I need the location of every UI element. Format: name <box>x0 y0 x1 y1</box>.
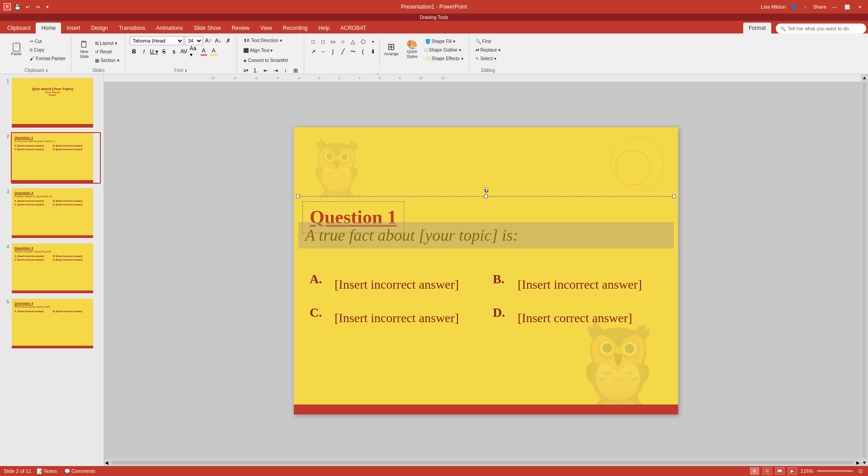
canvas-area[interactable]: ▲ ▼ ◀ ▶ -10-8-6-4-2024681012 🦉 🦉 <box>104 74 868 466</box>
notes-btn[interactable]: 📝 Notes <box>35 468 59 474</box>
handle-br[interactable] <box>672 195 676 198</box>
undo-quick-btn[interactable]: ↩ <box>24 3 32 11</box>
tab-drawing-format[interactable]: Format <box>743 23 771 33</box>
line-spacing-btn[interactable]: ↕ <box>281 66 290 75</box>
slide-item-4[interactable]: 4 Question 3 Where is [your topic] found… <box>2 242 102 295</box>
restore-btn[interactable]: ⬜ <box>843 3 852 10</box>
slide-item-3[interactable]: 3 Question 2 A [your topic] is classifie… <box>2 186 102 240</box>
handle-mr[interactable] <box>672 195 676 198</box>
shape-round[interactable]: ▭ <box>329 37 338 46</box>
tab-transitions[interactable]: Transitions <box>113 23 151 33</box>
underline-btn[interactable]: U ▾ <box>150 47 159 56</box>
slide-thumb-2[interactable]: Question 1 A true fact about [your topic… <box>11 132 101 184</box>
zoom-slider[interactable] <box>817 470 853 472</box>
tab-recording[interactable]: Recording <box>278 23 313 33</box>
v-scrollbar[interactable]: ▲ ▼ <box>861 74 868 466</box>
tab-design[interactable]: Design <box>85 23 113 33</box>
slide-canvas[interactable]: 🦉 🦉 ↻ <box>294 127 678 414</box>
tab-slide-show[interactable]: Slide Show <box>188 23 226 33</box>
normal-view-btn[interactable]: ⊞ <box>750 467 759 475</box>
slide-item-2[interactable]: 2 Question 1 A true fact about [your top… <box>2 131 102 185</box>
highlight-btn[interactable]: A <box>209 47 218 56</box>
answer-a[interactable]: A. [Insert incorrect answer] <box>305 267 484 296</box>
slideshow-btn[interactable]: ▶ <box>788 467 797 475</box>
handle-tl[interactable] <box>296 195 300 198</box>
align-text-btn[interactable]: ⬛ Align Text ▾ <box>241 46 275 54</box>
new-slide-btn[interactable]: 🗒 NewSlide <box>76 36 92 62</box>
reset-btn[interactable]: ↺ Reset <box>93 48 121 56</box>
shape-curve[interactable]: ∫ <box>329 47 338 56</box>
share-label[interactable]: Share <box>813 4 826 10</box>
cut-btn[interactable]: ✂ Cut <box>28 37 67 45</box>
shape-effects-btn[interactable]: ✨ Shape Effects ▾ <box>423 54 465 62</box>
strikethrough-btn[interactable]: S <box>160 47 169 56</box>
handle-bl[interactable] <box>296 195 300 198</box>
font-family-select[interactable]: Tahoma (Head <box>130 36 184 45</box>
slide-item-5[interactable]: 5 Question 4 What does [your topic] eat?… <box>2 297 102 350</box>
replace-btn[interactable]: ⇄ Replace ▾ <box>474 46 503 54</box>
tab-acrobat[interactable]: ACROBAT <box>335 23 372 33</box>
clear-format-btn[interactable]: ✗ <box>224 36 233 45</box>
shape-triangle[interactable]: △ <box>349 37 358 46</box>
shape-rect2[interactable]: □ <box>319 37 328 46</box>
arrange-btn[interactable]: ⊞ Arrange <box>382 36 401 62</box>
shape-outline-btn[interactable]: □ Shape Outline ▾ <box>423 46 465 54</box>
bullets-btn[interactable]: ≡• <box>241 66 250 75</box>
numbering-btn[interactable]: 1. <box>251 66 260 75</box>
tab-review[interactable]: Review <box>226 23 255 33</box>
answer-c[interactable]: C. [Insert incorrect answer] <box>305 301 484 330</box>
scroll-right-btn[interactable]: ▶ <box>855 459 861 466</box>
decrease-indent-btn[interactable]: ⇤ <box>261 66 270 75</box>
slide-item-1[interactable]: 1 Quiz About [Your Topic] [Your Name] [D… <box>2 76 102 129</box>
tab-animations[interactable]: Animations <box>151 23 188 33</box>
tab-file[interactable]: Clipboard <box>2 23 36 33</box>
save-quick-btn[interactable]: 💾 <box>14 3 22 11</box>
shape-arrow[interactable]: ↗ <box>309 47 318 56</box>
tab-home[interactable]: Home <box>36 23 61 33</box>
increase-font-btn[interactable]: A↑ <box>204 36 213 45</box>
shape-arrow2[interactable]: → <box>319 47 328 56</box>
text-direction-btn[interactable]: ⬆A Text Direction ▾ <box>241 36 284 44</box>
increase-indent-btn[interactable]: ⇥ <box>271 66 280 75</box>
shape-hex[interactable]: ⬡ <box>359 37 368 46</box>
handle-ml[interactable] <box>296 195 300 198</box>
answer-d[interactable]: D. [Insert correct answer] <box>488 301 667 330</box>
handle-tm[interactable] <box>484 195 488 198</box>
scroll-left-btn[interactable]: ◀ <box>104 459 109 466</box>
handle-tr[interactable] <box>672 195 676 198</box>
slide-thumb-1[interactable]: Quiz About [Your Topic] [Your Name] [Dat… <box>11 77 101 129</box>
copy-btn[interactable]: ⎘ Copy <box>28 46 67 54</box>
shape-brace[interactable]: { <box>359 47 368 56</box>
slide-thumb-3[interactable]: Question 2 A [your topic] is classified … <box>11 187 101 239</box>
slide-panel[interactable]: 1 Quiz About [Your Topic] [Your Name] [D… <box>0 74 104 466</box>
comments-btn[interactable]: 💬 Comments <box>62 468 97 474</box>
answer-b[interactable]: B. [Insert incorrect answer] <box>488 267 667 296</box>
redo-quick-btn[interactable]: ↪ <box>33 3 42 11</box>
shape-down[interactable]: ⬇ <box>368 47 377 56</box>
shape-oval[interactable]: ○ <box>339 37 348 46</box>
handle-bm[interactable] <box>484 195 488 198</box>
paste-btn[interactable]: 📋 Paste <box>5 36 27 62</box>
share-icon[interactable]: ↑ <box>802 3 810 11</box>
font-color-btn[interactable]: A <box>199 47 208 56</box>
close-btn[interactable]: ✕ <box>855 3 864 10</box>
slide-thumb-5[interactable]: Question 4 What does [your topic] eat? A… <box>11 298 101 349</box>
tab-help[interactable]: Help <box>313 23 335 33</box>
shadow-btn[interactable]: s <box>170 47 179 56</box>
question-subtitle-box[interactable]: A true fact about [your topic] is: <box>298 222 674 248</box>
change-case-btn[interactable]: Aa ▾ <box>189 47 198 56</box>
convert-smartart-btn[interactable]: ◈ Convert to SmartArt <box>241 56 290 64</box>
quick-styles-btn[interactable]: 🎨 QuickStyles <box>402 36 422 62</box>
h-scroll-thumb[interactable] <box>111 461 854 464</box>
h-scrollbar[interactable]: ◀ ▶ <box>104 459 861 466</box>
account-icon[interactable]: 👤 <box>790 3 798 11</box>
customize-quick-btn[interactable]: ▾ <box>43 3 52 11</box>
shape-more[interactable]: ▾ <box>368 37 377 46</box>
font-size-select[interactable]: 34 <box>185 36 203 45</box>
find-btn[interactable]: 🔍 Find <box>474 37 503 45</box>
zoom-fit-btn[interactable]: ⊡ <box>857 468 864 474</box>
tab-view[interactable]: View <box>255 23 278 33</box>
slide-sorter-btn[interactable]: ⊟ <box>763 467 772 475</box>
slide-thumb-4[interactable]: Question 3 Where is [your topic] found? … <box>11 243 101 294</box>
tell-me-box[interactable]: 🔍 Tell me what you want to do <box>776 24 866 33</box>
